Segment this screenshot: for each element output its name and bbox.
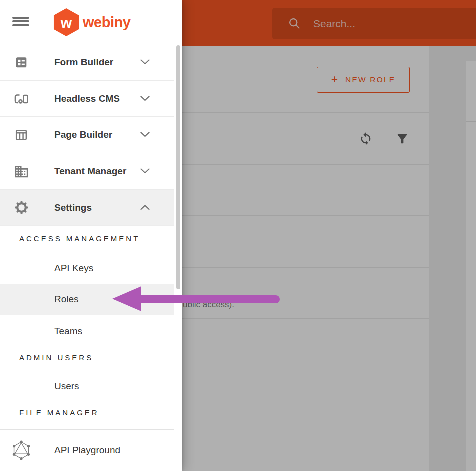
page-builder-icon xyxy=(11,117,32,153)
chevron-down-icon xyxy=(140,130,150,139)
hamburger-menu-button[interactable] xyxy=(12,14,30,30)
sidebar-item-tenant-manager[interactable]: Tenant Manager xyxy=(0,153,174,190)
sidebar-item-form-builder[interactable]: Form Builder xyxy=(0,44,174,81)
chevron-up-icon xyxy=(140,203,150,212)
sidebar-item-users[interactable]: Users xyxy=(0,371,174,402)
webiny-hexagon-logo-icon: w xyxy=(53,8,79,37)
sidebar-item-label: Roles xyxy=(54,294,79,305)
sidebar-item-settings[interactable]: Settings xyxy=(0,190,174,226)
chevron-down-icon xyxy=(140,167,150,176)
settings-gear-icon xyxy=(11,190,32,225)
webiny-logo: w webiny xyxy=(53,7,130,38)
chevron-down-icon xyxy=(140,58,150,67)
sidebar-item-headless-cms[interactable]: Headless CMS xyxy=(0,81,174,117)
headless-cms-icon xyxy=(11,81,32,116)
form-builder-icon xyxy=(11,44,32,80)
graphql-icon xyxy=(11,430,32,471)
webiny-admin-screen: + NEW ROLE ublic access). xyxy=(0,0,476,471)
sidebar-item-api-playground[interactable]: API Playground xyxy=(0,430,174,471)
drawer-header: w webiny xyxy=(0,0,182,44)
sidebar-item-teams[interactable]: Teams xyxy=(0,316,174,347)
sidebar-item-roles[interactable]: Roles xyxy=(0,284,174,315)
chevron-down-icon xyxy=(140,94,150,103)
section-header-file-manager: FILE MANAGER xyxy=(19,408,169,417)
sidebar-item-label: Form Builder xyxy=(54,57,113,68)
sidebar-item-label: API Playground xyxy=(54,445,120,456)
brand-name: webiny xyxy=(83,14,130,31)
sidebar-item-label: API Keys xyxy=(54,263,93,274)
sidebar-item-label: Settings xyxy=(54,202,92,213)
sidebar-item-label: Teams xyxy=(54,326,82,337)
sidebar-item-label: Users xyxy=(54,381,79,392)
tenant-manager-icon xyxy=(11,153,32,189)
section-header-admin-users: ADMIN USERS xyxy=(19,353,169,362)
drawer-scrollbar-thumb[interactable] xyxy=(176,45,180,289)
section-header-access-management: ACCESS MANAGEMENT xyxy=(19,234,169,243)
sidebar-item-label: Headless CMS xyxy=(54,93,120,104)
navigation-drawer: w webiny Form Builder xyxy=(0,0,182,471)
sidebar-item-label: Page Builder xyxy=(54,129,112,140)
sidebar-item-label: Tenant Manager xyxy=(54,166,126,177)
sidebar-item-page-builder[interactable]: Page Builder xyxy=(0,117,174,153)
svg-text:w: w xyxy=(60,15,72,31)
sidebar-item-api-keys[interactable]: API Keys xyxy=(0,253,174,284)
